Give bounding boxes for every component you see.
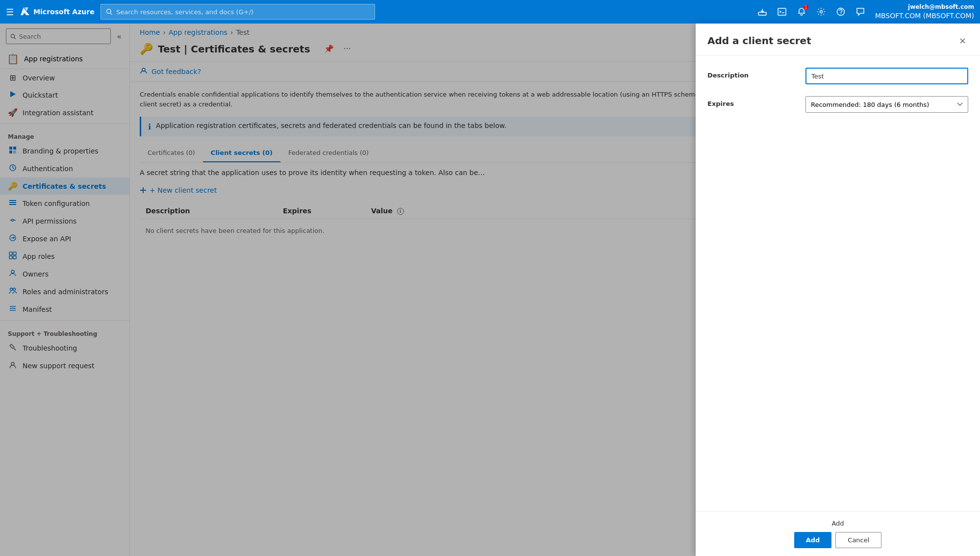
panel-overlay[interactable]: Add a client secret × Description Expire…: [0, 24, 980, 556]
svg-point-8: [820, 11, 822, 13]
expires-select[interactable]: Recommended: 180 days (6 months) 12 mont…: [805, 96, 968, 113]
description-label: Description: [707, 68, 805, 79]
panel-title: Add a client secret: [707, 35, 811, 47]
svg-point-10: [840, 13, 841, 14]
azure-logo: Microsoft Azure: [20, 6, 95, 17]
description-input[interactable]: [805, 68, 968, 84]
panel-footer: Add Add Cancel: [696, 511, 980, 556]
footer-buttons: Add Cancel: [794, 532, 882, 548]
settings-icon[interactable]: [812, 3, 830, 21]
global-search-box[interactable]: [101, 4, 375, 20]
terminal-icon[interactable]: [773, 3, 791, 21]
svg-rect-6: [778, 8, 786, 15]
svg-line-4: [110, 13, 112, 14]
feedback-topbar-icon[interactable]: [852, 3, 869, 21]
panel-header: Add a client secret ×: [696, 24, 980, 56]
add-button[interactable]: Add: [794, 532, 832, 548]
user-menu[interactable]: jwelch@mbsoft.com MBSOFT.COM (MBSOFT.COM…: [871, 3, 974, 20]
panel-close-button[interactable]: ×: [957, 33, 968, 48]
user-name: jwelch@mbsoft.com: [908, 3, 974, 11]
add-client-secret-panel: Add a client secret × Description Expire…: [696, 24, 980, 556]
bell-icon[interactable]: 1: [793, 3, 810, 21]
global-search-input[interactable]: [116, 8, 370, 16]
topbar-icons: 1 jwelch@mbsoft.com MBSOFT.COM (MBSOFT.C…: [754, 3, 974, 21]
expires-form-row: Expires Recommended: 180 days (6 months)…: [707, 96, 968, 113]
expires-label: Expires: [707, 96, 805, 107]
panel-body: Description Expires Recommended: 180 day…: [696, 56, 980, 511]
azure-logo-text: Microsoft Azure: [33, 8, 95, 16]
description-form-row: Description: [707, 68, 968, 84]
hamburger-menu-icon[interactable]: ☰: [6, 7, 14, 17]
search-icon: [106, 8, 112, 15]
cloud-upload-icon[interactable]: [754, 3, 771, 21]
notification-badge: 1: [804, 5, 808, 10]
footer-add-label: Add: [831, 520, 844, 527]
user-tenant: MBSOFT.COM (MBSOFT.COM): [875, 11, 974, 20]
cancel-button[interactable]: Cancel: [835, 532, 881, 548]
svg-point-3: [106, 9, 111, 14]
azure-logo-icon: [20, 6, 30, 17]
help-icon[interactable]: [832, 3, 850, 21]
topbar: ☰ Microsoft Azure 1: [0, 0, 980, 24]
